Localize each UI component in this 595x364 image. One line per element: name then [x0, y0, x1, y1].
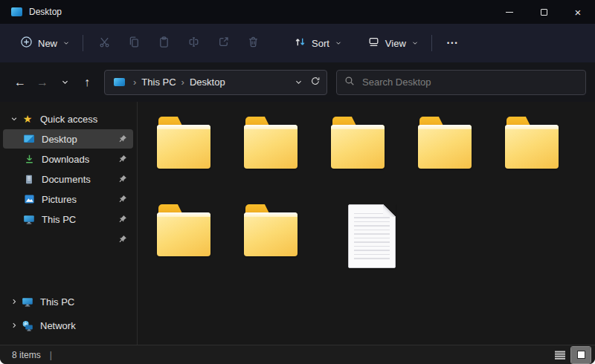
desktop-location-icon: [114, 78, 125, 86]
sidebar-item-desktop[interactable]: Desktop: [3, 129, 133, 149]
download-icon: [22, 154, 36, 165]
files-pane[interactable]: [138, 102, 595, 345]
pin-icon: [118, 235, 127, 244]
pin-icon: [118, 155, 127, 163]
copy-button[interactable]: [119, 30, 149, 56]
trash-icon: [247, 36, 260, 51]
file-grid-cell: [417, 117, 504, 204]
search-icon: [344, 76, 355, 89]
details-view-button[interactable]: [550, 347, 570, 363]
file-grid-cell: [504, 117, 591, 204]
folder-icon[interactable]: [504, 117, 560, 170]
desktop-icon: [11, 7, 22, 16]
document-icon: [22, 174, 36, 185]
rename-icon: [187, 36, 200, 51]
breadcrumb-desktop[interactable]: Desktop: [190, 77, 225, 88]
navigation-pane: ★ Quick access Desktop Downloads: [0, 102, 138, 345]
breadcrumb-separator: ›: [176, 77, 190, 88]
sort-button[interactable]: Sort: [287, 30, 349, 56]
new-button[interactable]: New: [13, 30, 77, 56]
window-title: Desktop: [29, 7, 62, 17]
command-toolbar: New: [0, 24, 595, 62]
share-button[interactable]: [208, 30, 238, 56]
minimize-button[interactable]: [492, 0, 527, 24]
status-divider: |: [50, 350, 52, 360]
pin-icon: [118, 134, 127, 143]
back-button[interactable]: ←: [9, 71, 31, 94]
paste-button[interactable]: [149, 30, 178, 56]
ellipsis-icon: •••: [447, 39, 458, 47]
chevron-down-icon[interactable]: [7, 115, 21, 123]
items-count: 8 items: [12, 350, 41, 360]
breadcrumb-this-pc[interactable]: This PC: [141, 77, 176, 88]
status-bar: 8 items |: [0, 345, 595, 364]
share-icon: [217, 36, 230, 51]
chevron-right-icon[interactable]: [7, 298, 21, 305]
pin-icon: [118, 215, 127, 224]
delete-button[interactable]: [238, 30, 268, 56]
folder-icon[interactable]: [156, 204, 212, 258]
folder-icon[interactable]: [243, 204, 299, 258]
view-button[interactable]: View: [361, 30, 425, 56]
cut-button[interactable]: [89, 30, 119, 56]
file-grid-cell: [156, 204, 243, 292]
sort-button-label: Sort: [312, 38, 329, 49]
plus-circle-icon: [20, 36, 33, 51]
sidebar-item-label: Documents: [42, 174, 91, 185]
folder-icon[interactable]: [330, 117, 386, 170]
close-button[interactable]: ×: [561, 0, 595, 24]
sidebar-item-label: Pictures: [42, 194, 77, 205]
rename-button[interactable]: [178, 30, 208, 56]
view-button-label: View: [385, 38, 406, 49]
monitor-icon: [21, 296, 34, 308]
star-icon: ★: [21, 113, 34, 125]
new-button-label: New: [38, 38, 57, 49]
chevron-right-icon[interactable]: [7, 322, 21, 329]
address-bar[interactable]: › This PC › Desktop: [104, 70, 327, 95]
clipboard-icon: [158, 36, 170, 51]
forward-button[interactable]: →: [31, 71, 54, 94]
chevron-down-icon: [411, 39, 419, 47]
sidebar-item-label: This PC: [42, 214, 76, 225]
maximize-icon: [541, 9, 547, 16]
desktop-icon: [22, 134, 36, 144]
search-input[interactable]: [362, 77, 578, 88]
folder-icon[interactable]: [417, 117, 473, 170]
file-explorer-window: Desktop × New: [0, 0, 595, 364]
sidebar-item-label: Network: [40, 320, 76, 331]
file-grid-cell: [156, 117, 243, 204]
sidebar-item-label: This PC: [40, 296, 74, 308]
sidebar-item-pinned-empty[interactable]: [3, 230, 133, 249]
navigation-bar: ← → ↑ › This PC › Desktop: [0, 62, 595, 102]
recent-locations-button[interactable]: [54, 71, 76, 94]
files-grid: [156, 117, 595, 292]
sidebar-item-label: Quick access: [40, 114, 97, 125]
sidebar-item-documents[interactable]: Documents: [3, 169, 133, 189]
search-box[interactable]: [336, 70, 586, 95]
sidebar-item-pictures[interactable]: Pictures: [3, 189, 133, 209]
up-button[interactable]: ↑: [76, 71, 98, 94]
more-options-button[interactable]: •••: [438, 30, 468, 56]
sidebar-item-quick-access[interactable]: ★ Quick access: [3, 109, 133, 129]
toolbar-divider: [83, 35, 83, 51]
titlebar: Desktop ×: [0, 0, 595, 24]
copy-icon: [128, 36, 141, 51]
pin-icon: [118, 195, 127, 204]
chevron-down-icon: [335, 39, 342, 47]
file-grid-cell: [243, 204, 330, 292]
sidebar-item-this-pc[interactable]: This PC: [3, 292, 133, 311]
large-icons-view-button[interactable]: [571, 347, 591, 363]
breadcrumb-separator: ›: [128, 77, 141, 88]
folder-icon[interactable]: [243, 117, 299, 170]
close-icon: ×: [575, 7, 582, 18]
refresh-icon[interactable]: [310, 76, 321, 89]
sidebar-item-downloads[interactable]: Downloads: [3, 149, 133, 169]
scissors-icon: [98, 36, 111, 51]
maximize-button[interactable]: [527, 0, 561, 24]
sidebar-item-network[interactable]: Network: [3, 316, 133, 335]
file-grid-cell: [330, 117, 417, 204]
sidebar-item-this-pc-pinned[interactable]: This PC: [3, 209, 133, 229]
folder-icon[interactable]: [156, 117, 212, 170]
text-document-icon[interactable]: [348, 204, 396, 268]
address-dropdown-chevron-icon[interactable]: [295, 76, 303, 89]
